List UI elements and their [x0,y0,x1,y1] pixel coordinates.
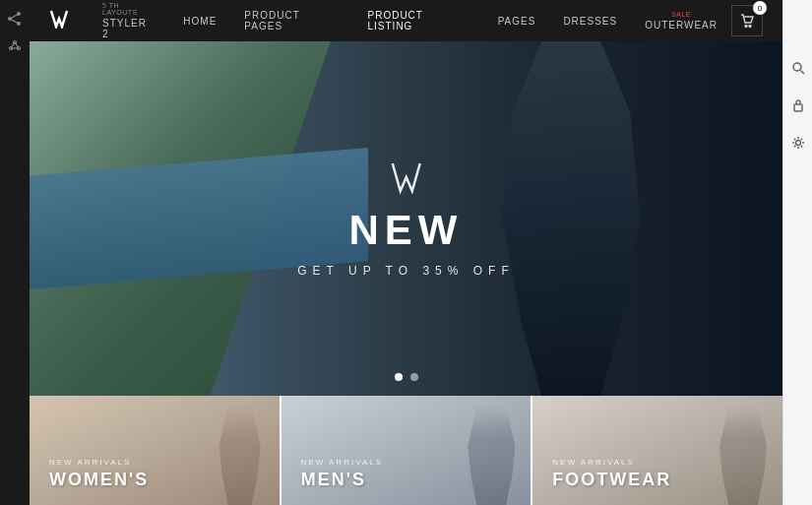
category-women-sublabel: NEW ARRIVALS [49,458,149,467]
category-women-title: WOMEN'S [49,470,149,490]
svg-line-9 [15,42,19,48]
svg-line-8 [11,42,15,48]
hero-content: NEW GET UP TO 35% OFF [297,159,514,278]
site-logo[interactable] [49,9,69,33]
nav-item-pages[interactable]: PAGES [484,16,550,27]
svg-point-12 [749,26,751,28]
nav-item-product-pages[interactable]: PRODUCT PAGES [230,10,353,32]
share-icon[interactable] [6,10,24,28]
nav-label-product-listing: PRODUCT LISTING [367,10,469,32]
nav-item-outerwear[interactable]: SALE OUTERWEAR [631,11,731,31]
category-men-sublabel: NEW ARRIVALS [301,458,383,467]
category-men-label: NEW ARRIVALS MEN'S [301,458,383,490]
category-footwear-label: NEW ARRIVALS FOOTWEAR [552,458,671,490]
category-men[interactable]: NEW ARRIVALS MEN'S [281,396,533,505]
hero-logo-mark [297,159,514,202]
cart-button[interactable]: 0 [731,5,763,36]
svg-line-3 [10,14,19,19]
nav-sale-badge: SALE [671,11,691,18]
category-men-title: MEN'S [301,470,383,490]
search-icon[interactable] [789,59,807,77]
nav-label-styler2: STYLER 2 [102,18,156,39]
nav-label-outerwear: OUTERWEAR [645,20,718,31]
lock-icon[interactable] [789,96,807,114]
svg-point-16 [795,141,800,146]
svg-point-11 [745,26,747,28]
nav-item-home[interactable]: HOME [169,16,230,27]
nav-label-product-pages: PRODUCT PAGES [244,10,340,32]
nav-item-product-listing[interactable]: PRODUCT LISTING [353,10,483,32]
category-women-label: NEW ARRIVALS WOMEN'S [49,458,149,490]
main-content: 5 TH LAYOUTS STYLER 2 HOME PRODUCT PAGES… [30,0,782,505]
category-women[interactable]: NEW ARRIVALS WOMEN'S [30,396,281,505]
hero-section: NEW GET UP TO 35% OFF [30,41,782,396]
hero-carousel-dots [395,373,418,381]
category-footwear[interactable]: NEW ARRIVALS FOOTWEAR [532,396,782,505]
category-footwear-title: FOOTWEAR [552,470,671,490]
nav-menu: 5 TH LAYOUTS STYLER 2 HOME PRODUCT PAGES… [89,2,731,39]
hero-subtitle: GET UP TO 35% OFF [297,264,514,278]
carousel-dot-2[interactable] [410,373,418,381]
category-footwear-sublabel: NEW ARRIVALS [552,458,671,467]
customize-icon[interactable] [6,37,24,55]
svg-rect-15 [794,104,802,111]
right-sidebar [782,0,812,505]
gear-icon[interactable] [789,134,807,152]
nav-item-dresses[interactable]: DRESSES [549,16,631,27]
carousel-dot-1[interactable] [395,373,403,381]
hero-title: NEW [297,207,514,254]
nav-item-styler2[interactable]: 5 TH LAYOUTS STYLER 2 [89,2,169,39]
nav-label-home: HOME [183,16,217,27]
top-navigation: 5 TH LAYOUTS STYLER 2 HOME PRODUCT PAGES… [30,0,782,41]
nav-sublabel-styler2: 5 TH LAYOUTS [102,2,156,16]
nav-label-pages: PAGES [498,16,536,27]
svg-line-4 [10,19,19,24]
svg-point-13 [793,63,801,71]
cart-count: 0 [753,1,767,15]
category-section: NEW ARRIVALS WOMEN'S NEW ARRIVALS MEN'S … [30,396,782,505]
nav-label-dresses: DRESSES [563,16,617,27]
left-sidebar [0,0,30,505]
svg-line-14 [800,71,804,75]
